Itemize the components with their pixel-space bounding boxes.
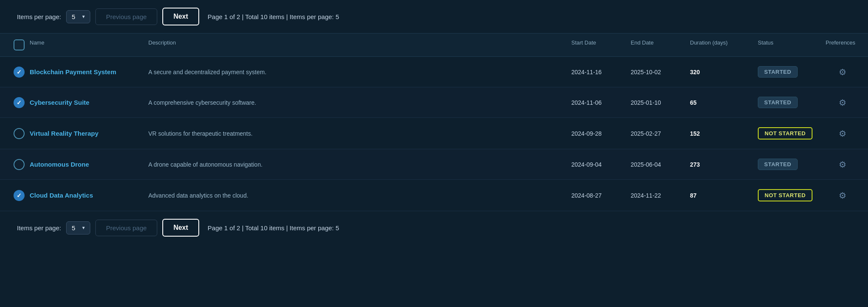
row-checkbox-col-3[interactable] [8,159,30,170]
page-info-text: Page 1 of 2 | Total 10 items | Items per… [208,13,339,20]
row-end-date-4: 2024-11-22 [631,192,690,199]
bottom-previous-page-button[interactable]: Previous page [95,220,157,236]
status-badge-1: STARTED [758,97,798,108]
items-per-page-label: Items per page: [17,13,61,20]
row-status-4: NOT STARTED [758,189,826,201]
row-end-date-1: 2025-01-10 [631,99,690,106]
col-header-end-date: End Date [631,39,690,50]
header-checkbox-col[interactable] [8,39,30,50]
top-pagination-bar: Items per page: 5 10 25 50 ▾ Previous pa… [0,0,868,33]
col-header-description: Description [148,39,571,50]
row-duration-1: 65 [690,99,758,106]
row-name-3[interactable]: Autonomous Drone [30,161,148,168]
status-badge-3: STARTED [758,159,798,170]
select-all-checkbox[interactable] [14,39,25,50]
col-header-preferences: Preferences [826,39,860,50]
bottom-items-per-page-label: Items per page: [17,224,61,232]
row-description-3: A drone capable of autonomous navigation… [148,161,571,168]
row-end-date-0: 2025-10-02 [631,69,690,75]
row-start-date-2: 2024-09-28 [571,130,631,137]
next-page-button[interactable]: Next [162,8,199,25]
row-status-2: NOT STARTED [758,127,826,140]
row-description-0: A secure and decentralized payment syste… [148,69,571,75]
table-body: Blockchain Payment System A secure and d… [0,57,868,211]
bottom-page-info-text: Page 1 of 2 | Total 10 items | Items per… [208,224,339,232]
row-checkbox-3[interactable] [14,159,25,170]
table-row: Autonomous Drone A drone capable of auto… [0,149,868,180]
row-name-1[interactable]: Cybersecurity Suite [30,99,148,106]
row-name-0[interactable]: Blockchain Payment System [30,68,148,75]
row-checkbox-col-2[interactable] [8,128,30,139]
col-header-start-date: Start Date [571,39,631,50]
row-checkbox-col-1[interactable] [8,97,30,108]
table-header: Name Description Start Date End Date Dur… [0,33,868,57]
col-header-duration: Duration (days) [690,39,758,50]
row-checkbox-col-4[interactable] [8,190,30,201]
status-badge-4: NOT STARTED [758,189,812,201]
table-row: Blockchain Payment System A secure and d… [0,57,868,87]
row-preferences-0[interactable]: ⚙ [826,67,860,77]
row-start-date-3: 2024-09-04 [571,161,631,168]
row-start-date-4: 2024-08-27 [571,192,631,199]
row-preferences-2[interactable]: ⚙ [826,128,860,139]
row-end-date-3: 2025-06-04 [631,161,690,168]
bottom-next-page-button[interactable]: Next [162,219,199,237]
table-row: Virtual Reality Therapy VR solutions for… [0,118,868,149]
data-table: Name Description Start Date End Date Dur… [0,33,868,211]
items-per-page-dropdown[interactable]: 5 10 25 50 [72,13,79,20]
row-duration-0: 320 [690,69,758,75]
row-name-4[interactable]: Cloud Data Analytics [30,192,148,199]
status-badge-2: NOT STARTED [758,127,812,140]
row-checkbox-4[interactable] [14,190,25,201]
row-preferences-3[interactable]: ⚙ [826,159,860,170]
row-description-2: VR solutions for therapeutic treatments. [148,130,571,137]
bottom-items-per-page-dropdown[interactable]: 5 10 25 50 [72,224,79,232]
row-checkbox-col-0[interactable] [8,67,30,78]
row-status-0: STARTED [758,66,826,78]
row-status-3: STARTED [758,159,826,170]
table-row: Cloud Data Analytics Advanced data analy… [0,180,868,211]
row-start-date-0: 2024-11-16 [571,69,631,75]
row-status-1: STARTED [758,97,826,108]
row-duration-4: 87 [690,192,758,199]
chevron-down-icon: ▾ [82,14,85,20]
row-description-4: Advanced data analytics on the cloud. [148,192,571,199]
row-checkbox-0[interactable] [14,67,25,78]
row-description-1: A comprehensive cybersecurity software. [148,99,571,106]
row-duration-2: 152 [690,130,758,137]
row-duration-3: 273 [690,161,758,168]
bottom-pagination-bar: Items per page: 5 10 25 50 ▾ Previous pa… [0,211,868,244]
row-checkbox-2[interactable] [14,128,25,139]
row-preferences-1[interactable]: ⚙ [826,98,860,108]
previous-page-button[interactable]: Previous page [95,8,157,25]
items-per-page-selector[interactable]: 5 10 25 50 ▾ [66,10,90,23]
table-row: Cybersecurity Suite A comprehensive cybe… [0,87,868,118]
row-start-date-1: 2024-11-06 [571,99,631,106]
row-preferences-4[interactable]: ⚙ [826,190,860,201]
bottom-chevron-down-icon: ▾ [82,225,85,231]
status-badge-0: STARTED [758,66,798,78]
row-end-date-2: 2025-02-27 [631,130,690,137]
col-header-name: Name [30,39,148,50]
bottom-items-per-page-selector[interactable]: 5 10 25 50 ▾ [66,221,90,234]
row-name-2[interactable]: Virtual Reality Therapy [30,130,148,137]
col-header-status: Status [758,39,826,50]
row-checkbox-1[interactable] [14,97,25,108]
